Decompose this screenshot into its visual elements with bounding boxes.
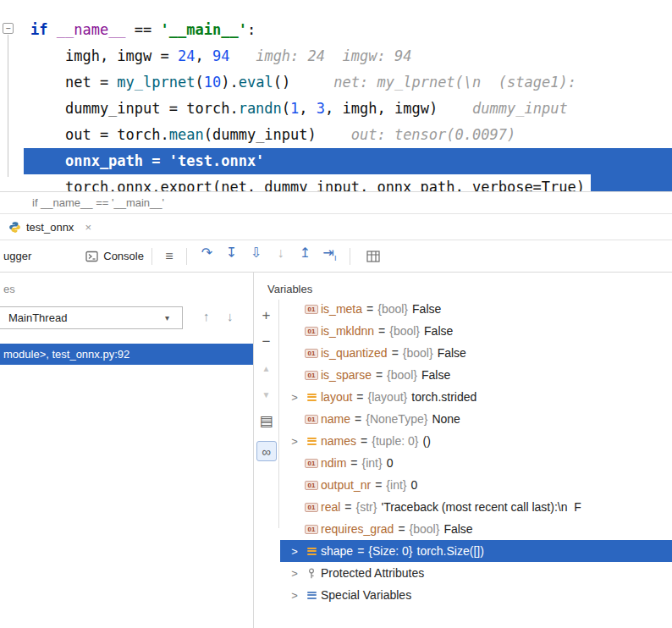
code-token: net =: [30, 74, 117, 91]
tab-test-onnx[interactable]: test_onnx ×: [8, 221, 91, 234]
variable-row[interactable]: 01requires_grad={bool}False: [280, 518, 672, 540]
code-token: 94: [212, 47, 229, 64]
code-editor[interactable]: − if __name__ == '__main__': imgh, imgw …: [0, 0, 672, 191]
equals-sign: =: [366, 303, 373, 316]
variable-value: 'Traceback (most recent call last):\n F: [381, 500, 581, 514]
variable-row[interactable]: 01name={NoneType}None: [280, 408, 672, 430]
variable-row[interactable]: 01ndim={int}0: [280, 452, 672, 474]
variable-row[interactable]: >shape={Size: 0}torch.Size([]): [280, 540, 672, 562]
expand-chevron-icon[interactable]: >: [287, 589, 302, 602]
variable-value: False: [438, 346, 466, 360]
variable-value: False: [421, 368, 450, 382]
variable-name: is_meta: [321, 303, 362, 316]
variable-row[interactable]: 01is_sparse={bool}False: [280, 364, 672, 386]
variable-row[interactable]: 01is_meta={bool}False: [280, 303, 672, 320]
variable-value: False: [443, 522, 472, 536]
next-frame-button[interactable]: ↓: [227, 309, 234, 323]
move-watch-down-button[interactable]: ▼: [256, 384, 277, 405]
grid-icon[interactable]: [366, 251, 380, 262]
primitive-field-icon: 01: [302, 459, 321, 468]
stack-frame-item[interactable]: module>, test_onnx.py:92: [0, 344, 253, 365]
primitive-field-icon: 01: [302, 371, 321, 380]
equals-sign: =: [378, 324, 385, 338]
variable-row[interactable]: 01is_mkldnn={bool}False: [280, 320, 672, 342]
previous-frame-button[interactable]: ↑: [203, 309, 210, 323]
code-token: out: tensor(0.0097): [317, 126, 515, 143]
variable-row[interactable]: 01is_quantized={bool}False: [280, 342, 672, 364]
force-step-into-icon[interactable]: ⇩: [244, 245, 268, 267]
equals-sign: =: [398, 522, 405, 536]
step-buttons: ↷↧⇩↓↥⇥I: [195, 245, 342, 267]
primitive-field-icon: 01: [302, 481, 321, 490]
code-line[interactable]: onnx_path = 'test.onnx': [24, 148, 672, 174]
equals-sign: =: [355, 412, 361, 426]
run-to-cursor-icon[interactable]: ⇥I: [317, 245, 342, 267]
code-token: (dummy_input): [204, 126, 317, 143]
variable-type: {bool}: [389, 324, 420, 338]
tab-console[interactable]: Console: [85, 250, 144, 262]
variable-row[interactable]: 01real={str}'Traceback (most recent call…: [280, 496, 672, 518]
variable-value: 0: [387, 456, 394, 470]
step-into-icon[interactable]: ↧: [219, 245, 244, 267]
variable-name: requires_grad: [321, 522, 394, 536]
tab-debugger[interactable]: ugger: [3, 250, 31, 262]
copy-value-button[interactable]: ▤: [256, 410, 277, 431]
code-token: imgh, imgw =: [30, 47, 178, 64]
breadcrumb[interactable]: if __name__ == '__main__': [0, 191, 672, 214]
code-token: 3: [317, 100, 325, 117]
thread-selector[interactable]: MainThread ▾: [0, 306, 183, 329]
code-token: (: [282, 100, 290, 117]
code-line[interactable]: imgh, imgw = 24, 94 imgh: 24 imgw: 94: [24, 43, 672, 69]
expand-chevron-icon[interactable]: >: [287, 545, 302, 558]
equals-sign: =: [361, 434, 367, 448]
primitive-field-icon: 01: [302, 305, 321, 314]
variable-type: {Size: 0}: [368, 544, 412, 558]
code-token: (): [273, 74, 290, 91]
code-token: 24: [178, 47, 195, 64]
variable-name: Special Variables: [321, 588, 411, 602]
variable-row[interactable]: 01output_nr={int}0: [280, 474, 672, 496]
code-line[interactable]: net = my_lprnet(10).eval() net: my_lprne…: [24, 69, 672, 96]
variable-rows: 01is_meta={bool}False01is_mkldnn={bool}F…: [280, 303, 672, 604]
expand-chevron-icon[interactable]: >: [287, 391, 302, 404]
variables-tree[interactable]: 01is_meta={bool}False01is_mkldnn={bool}F…: [280, 303, 672, 604]
toolbar-separator: [350, 248, 350, 265]
variable-row[interactable]: >layout={layout}torch.strided: [280, 386, 672, 408]
variable-name: names: [321, 434, 356, 448]
show-watches-button[interactable]: ∞: [256, 441, 277, 461]
code-line[interactable]: dummy_input = torch.randn(1, 3, imgh, im…: [24, 96, 672, 122]
move-watch-up-button[interactable]: ▲: [256, 358, 277, 378]
close-icon[interactable]: ×: [85, 221, 91, 234]
variable-type: {NoneType}: [366, 412, 427, 426]
smart-step-into-icon[interactable]: ↓: [268, 245, 293, 267]
code-token: dummy_input: [438, 100, 568, 117]
expand-chevron-icon[interactable]: >: [287, 567, 302, 580]
fold-marker-icon[interactable]: −: [3, 23, 14, 34]
new-watch-button[interactable]: +: [256, 306, 277, 326]
remove-watch-button[interactable]: −: [256, 332, 277, 352]
hamburger-menu-icon[interactable]: ≡: [160, 249, 179, 264]
code-token: 1: [290, 100, 299, 117]
chevron-down-icon: ▾: [165, 313, 182, 322]
variable-row[interactable]: >names={tuple: 0}(): [280, 430, 672, 452]
variable-type: {tuple: 0}: [372, 434, 418, 448]
code-line[interactable]: out = torch.mean(dummy_input) out: tenso…: [24, 122, 672, 148]
editor-gutter: −: [0, 0, 24, 191]
code-token: ).: [221, 74, 238, 91]
variable-type: {bool}: [387, 368, 417, 382]
code-token: if: [30, 21, 57, 38]
step-out-icon[interactable]: ↥: [293, 245, 317, 267]
step-over-icon[interactable]: ↷: [195, 245, 219, 267]
variable-row[interactable]: >Protected Attributes: [280, 562, 672, 584]
expand-chevron-icon[interactable]: >: [287, 435, 302, 448]
code-line[interactable]: if __name__ == '__main__':: [24, 17, 672, 43]
variable-type: {bool}: [377, 303, 408, 316]
code-line[interactable]: torch.onnx.export(net, dummy_input, onnx…: [24, 174, 672, 191]
variable-name: Protected Attributes: [321, 566, 424, 580]
code-token: , imgh, imgw): [325, 100, 438, 117]
fold-guide-line: [8, 35, 8, 177]
variable-name: is_mkldnn: [321, 324, 374, 338]
variable-row[interactable]: >Special Variables: [280, 584, 672, 604]
breadcrumb-text: if __name__ == '__main__': [32, 196, 164, 209]
variable-value: torch.Size([]): [417, 544, 484, 558]
